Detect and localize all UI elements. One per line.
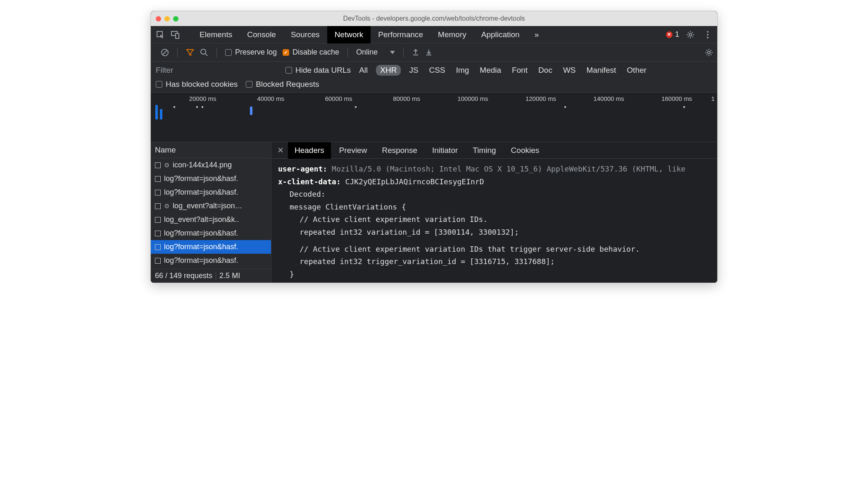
filter-type-doc[interactable]: Doc bbox=[536, 65, 555, 76]
filter-type-font[interactable]: Font bbox=[509, 65, 530, 76]
tab-sources[interactable]: Sources bbox=[283, 26, 327, 43]
settings-gear-icon[interactable] bbox=[684, 29, 697, 41]
file-icon bbox=[155, 258, 161, 264]
request-name: log?format=json&hasf. bbox=[164, 188, 238, 197]
detail-tab-headers[interactable]: Headers bbox=[288, 142, 331, 159]
tab-application[interactable]: Application bbox=[474, 26, 527, 43]
has-blocked-cookies-checkbox[interactable]: Has blocked cookies bbox=[156, 80, 238, 89]
request-row[interactable]: log?format=json&hasf. bbox=[151, 172, 271, 186]
filter-type-manifest[interactable]: Manifest bbox=[584, 65, 619, 76]
timeline-tick: 140000 ms bbox=[559, 95, 627, 103]
download-har-icon[interactable] bbox=[425, 49, 433, 56]
preserve-log-checkbox[interactable]: Preserve log bbox=[225, 48, 277, 57]
filter-type-media[interactable]: Media bbox=[477, 65, 504, 76]
filter-type-xhr[interactable]: XHR bbox=[376, 65, 401, 76]
chevron-down-icon bbox=[390, 51, 395, 54]
filter-type-img[interactable]: Img bbox=[454, 65, 472, 76]
file-icon bbox=[155, 231, 161, 236]
content-split: Name ⚙icon-144x144.pnglog?format=json&ha… bbox=[151, 142, 717, 283]
has-blocked-cookies-label: Has blocked cookies bbox=[166, 80, 238, 89]
request-list: ⚙icon-144x144.pnglog?format=json&hasf.lo… bbox=[151, 158, 271, 269]
clear-button[interactable] bbox=[161, 48, 169, 57]
detail-tab-initiator[interactable]: Initiator bbox=[426, 142, 464, 159]
close-detail-icon[interactable]: ✕ bbox=[275, 145, 286, 155]
decoded-line: // Active client experiment variation ID… bbox=[278, 243, 711, 256]
blocked-requests-label: Blocked Requests bbox=[256, 80, 319, 89]
detail-tabs: ✕ Headers Preview Response Initiator Tim… bbox=[271, 142, 717, 159]
svg-rect-2 bbox=[176, 33, 179, 38]
error-icon: ✕ bbox=[666, 31, 673, 38]
disable-cache-checkbox[interactable]: Disable cache bbox=[283, 48, 339, 57]
search-icon[interactable] bbox=[200, 48, 208, 57]
file-icon bbox=[155, 203, 161, 209]
preserve-log-label: Preserve log bbox=[235, 48, 277, 57]
request-row[interactable]: log?format=json&hasf. bbox=[151, 226, 271, 240]
more-tabs-icon[interactable]: » bbox=[527, 26, 547, 43]
filter-type-ws[interactable]: WS bbox=[561, 65, 578, 76]
tab-memory[interactable]: Memory bbox=[430, 26, 474, 43]
request-row[interactable]: ⚙log_event?alt=json… bbox=[151, 199, 271, 213]
filter-type-other[interactable]: Other bbox=[624, 65, 649, 76]
device-toggle-icon[interactable] bbox=[169, 29, 181, 41]
file-icon bbox=[155, 190, 161, 195]
detail-pane: ✕ Headers Preview Response Initiator Tim… bbox=[271, 142, 717, 283]
timeline-tick: 1 bbox=[694, 95, 717, 103]
filter-type-all[interactable]: All bbox=[357, 65, 370, 76]
filter-type-css[interactable]: CSS bbox=[427, 65, 448, 76]
file-icon bbox=[155, 244, 161, 250]
timeline[interactable]: 20000 ms 40000 ms 60000 ms 80000 ms 1000… bbox=[151, 93, 717, 142]
kebab-menu-icon[interactable] bbox=[702, 29, 714, 41]
decoded-label: Decoded: bbox=[278, 188, 711, 201]
request-row[interactable]: log?format=json&hasf. bbox=[151, 186, 271, 199]
decoded-line: repeated int32 variation_id = [3300114, … bbox=[278, 226, 711, 239]
timeline-tick: 120000 ms bbox=[491, 95, 559, 103]
tab-elements[interactable]: Elements bbox=[192, 26, 240, 43]
error-count[interactable]: ✕ 1 bbox=[666, 30, 679, 39]
detail-tab-response[interactable]: Response bbox=[375, 142, 424, 159]
request-row[interactable]: log?format=json&hasf. bbox=[151, 254, 271, 267]
hide-data-urls-checkbox[interactable]: Hide data URLs bbox=[285, 66, 351, 75]
devtools-window: DevTools - developers.google.com/web/too… bbox=[150, 11, 718, 283]
hide-data-urls-label: Hide data URLs bbox=[295, 66, 351, 75]
decoded-line: message ClientVariations { bbox=[278, 201, 711, 214]
svg-line-10 bbox=[205, 54, 207, 56]
requests-count: 66 / 149 requests bbox=[155, 272, 212, 280]
timeline-tick: 40000 ms bbox=[219, 95, 287, 103]
header-name: x-client-data: bbox=[278, 177, 341, 186]
request-name: log?format=json&hasf. bbox=[164, 174, 238, 183]
upload-har-icon[interactable] bbox=[412, 49, 419, 56]
checkbox-icon bbox=[285, 67, 292, 74]
error-count-label: 1 bbox=[675, 30, 679, 39]
tab-network[interactable]: Network bbox=[327, 26, 371, 43]
tab-performance[interactable]: Performance bbox=[371, 26, 430, 43]
request-name: log?format=json&hasf. bbox=[164, 256, 238, 265]
filter-type-js[interactable]: JS bbox=[407, 65, 421, 76]
request-row[interactable]: ⚙icon-144x144.png bbox=[151, 158, 271, 172]
blocked-requests-checkbox[interactable]: Blocked Requests bbox=[246, 80, 319, 89]
request-row[interactable]: log_event?alt=json&k.. bbox=[151, 213, 271, 226]
request-list-pane: Name ⚙icon-144x144.pnglog?format=json&ha… bbox=[151, 142, 271, 283]
svg-point-11 bbox=[708, 51, 710, 54]
detail-tab-cookies[interactable]: Cookies bbox=[504, 142, 546, 159]
timeline-tick: 60000 ms bbox=[287, 95, 355, 103]
detail-tab-timing[interactable]: Timing bbox=[466, 142, 502, 159]
request-name: log_event?alt=json… bbox=[173, 202, 243, 210]
throttling-select[interactable]: Online bbox=[356, 48, 395, 57]
filter-bar: Filter Hide data URLs All XHR JS CSS Img… bbox=[151, 62, 717, 93]
gear-icon: ⚙ bbox=[164, 202, 169, 210]
request-row[interactable]: log?format=json&hasf. bbox=[151, 240, 271, 254]
network-settings-gear-icon[interactable] bbox=[705, 48, 713, 57]
request-name: log?format=json&hasf. bbox=[164, 243, 238, 251]
header-value: Mozilla/5.0 (Macintosh; Intel Mac OS X 1… bbox=[332, 164, 685, 173]
tab-console[interactable]: Console bbox=[240, 26, 283, 43]
detail-tab-preview[interactable]: Preview bbox=[333, 142, 374, 159]
file-icon bbox=[155, 176, 161, 182]
request-list-header[interactable]: Name bbox=[151, 142, 271, 158]
timeline-tick: 80000 ms bbox=[355, 95, 423, 103]
inspect-icon[interactable] bbox=[154, 29, 166, 41]
filter-toggle-icon[interactable] bbox=[186, 48, 194, 57]
filter-input[interactable]: Filter bbox=[156, 66, 280, 75]
titlebar: DevTools - developers.google.com/web/too… bbox=[151, 11, 717, 26]
timeline-tick: 160000 ms bbox=[627, 95, 695, 103]
requests-size: 2.5 MI bbox=[219, 272, 240, 280]
